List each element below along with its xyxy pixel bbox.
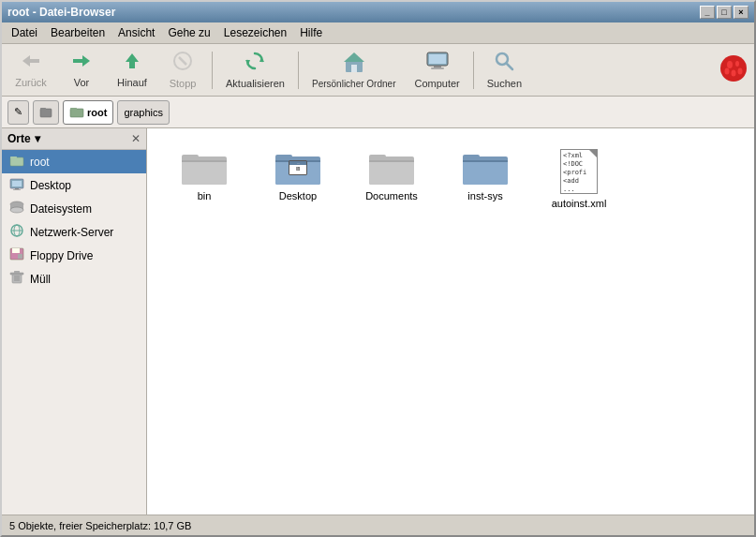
home-icon (343, 52, 365, 76)
statusbar: 5 Objekte, freier Speicherplatz: 10,7 GB (2, 515, 754, 535)
svg-marker-2 (82, 55, 90, 67)
refresh-icon (244, 51, 266, 75)
search-button[interactable]: Suchen (480, 48, 529, 93)
up-button[interactable]: Hinauf (109, 48, 156, 93)
file-item-bin[interactable]: bin (162, 143, 246, 215)
path-graphics-button[interactable]: graphics (117, 100, 170, 125)
svg-line-17 (507, 64, 512, 69)
pathbar: ✎ root graphics (2, 97, 754, 128)
svg-point-18 (720, 55, 747, 82)
forward-icon (71, 52, 92, 74)
status-text: 5 Objekte, freier Speicherplatz: 10,7 GB (9, 520, 191, 531)
svg-rect-44 (10, 273, 23, 275)
file-item-autoinst[interactable]: <?xml <!DOC <profi <add ... autoinst.xml (537, 143, 621, 215)
svg-rect-25 (40, 108, 46, 110)
chevron-down-icon: ▾ (35, 132, 40, 145)
svg-point-22 (732, 70, 736, 77)
root-icon (9, 154, 24, 170)
svg-rect-33 (13, 189, 21, 190)
menu-gehe-zu[interactable]: Gehe zu (162, 24, 215, 41)
svg-rect-26 (70, 109, 83, 117)
svg-rect-15 (431, 67, 444, 69)
search-icon (493, 51, 515, 75)
file-grid: bin ... 🖥 (162, 143, 739, 215)
file-item-inst-sys[interactable]: inst-sys (443, 143, 527, 215)
sidebar-item-floppy[interactable]: Floppy Drive (2, 244, 146, 267)
svg-rect-28 (10, 157, 23, 166)
svg-marker-0 (22, 55, 30, 67)
svg-point-36 (10, 207, 23, 213)
places-label[interactable]: Orte ▾ (7, 132, 40, 145)
sidebar-header: Orte ▾ ✕ (2, 128, 146, 150)
file-item-desktop[interactable]: ... 🖥 Desktop (256, 143, 340, 215)
folder-bin-icon (182, 149, 227, 186)
path-root-button[interactable]: root (63, 100, 113, 125)
svg-rect-29 (10, 157, 17, 158)
svg-rect-3 (73, 59, 82, 63)
sidebar-close-button[interactable]: ✕ (131, 132, 141, 145)
svg-rect-31 (12, 181, 22, 186)
edit-location-button[interactable]: ✎ (7, 100, 29, 125)
svg-marker-4 (126, 53, 139, 68)
svg-rect-1 (30, 59, 39, 63)
sidebar-item-desktop[interactable]: Desktop (2, 173, 146, 197)
sidebar-item-network[interactable]: Netzwerk-Server (2, 220, 146, 244)
home-button[interactable]: Persönlicher Ordner (304, 48, 403, 93)
refresh-button[interactable]: Aktualisieren (218, 48, 292, 93)
folder-desktop-icon: ... 🖥 (275, 149, 320, 186)
maximize-button[interactable]: □ (717, 6, 732, 19)
toolbar-sep-3 (473, 52, 474, 89)
svg-rect-13 (429, 54, 446, 64)
minimize-button[interactable]: _ (700, 6, 715, 19)
titlebar-title: root - Datei-Browser (7, 6, 115, 19)
stop-icon (172, 51, 193, 75)
svg-rect-62 (463, 160, 508, 185)
svg-rect-60 (369, 160, 414, 162)
svg-rect-24 (40, 109, 52, 117)
parent-icon (39, 105, 52, 120)
menu-ansicht[interactable]: Ansicht (112, 24, 160, 41)
svg-marker-10 (344, 52, 364, 62)
svg-rect-11 (351, 65, 357, 72)
svg-rect-50 (182, 160, 227, 185)
floppy-icon (9, 247, 24, 263)
stop-button[interactable]: Stopp (159, 48, 206, 93)
svg-rect-42 (18, 254, 22, 259)
network-icon (9, 224, 24, 240)
svg-point-20 (735, 61, 739, 67)
parent-folder-button[interactable] (33, 100, 59, 125)
forward-button[interactable]: Vor (58, 48, 105, 93)
svg-rect-14 (434, 66, 441, 67)
toolbar: Zurück Vor Hinauf (2, 44, 754, 97)
main-window: root - Datei-Browser _ □ × Datei Bearbei… (0, 0, 756, 537)
gnome-logo (719, 53, 749, 86)
menu-bearbeiten[interactable]: Bearbeiten (45, 24, 111, 41)
folder-inst-sys-icon (463, 149, 508, 186)
svg-rect-41 (12, 248, 20, 253)
sidebar: Orte ▾ ✕ root (2, 128, 147, 515)
computer-button[interactable]: Computer (407, 48, 467, 93)
file-item-documents[interactable]: Documents (349, 143, 434, 215)
svg-rect-52 (182, 160, 227, 162)
computer-icon (425, 51, 450, 75)
menu-hilfe[interactable]: Hilfe (294, 24, 328, 41)
menu-datei[interactable]: Datei (6, 24, 43, 41)
filesystem-icon (9, 201, 24, 216)
sidebar-item-dateisystem[interactable]: Dateisystem (2, 197, 146, 220)
svg-rect-27 (70, 108, 77, 110)
back-button[interactable]: Zurück (7, 48, 54, 93)
menubar: Datei Bearbeiten Ansicht Gehe zu Lesezei… (2, 22, 754, 44)
sidebar-items: root Desktop (2, 150, 146, 291)
sidebar-item-root[interactable]: root (2, 150, 146, 173)
titlebar: root - Datei-Browser _ □ × (2, 2, 754, 22)
trash-icon (9, 271, 24, 287)
menu-lesezeichen[interactable]: Lesezeichen (218, 24, 292, 41)
svg-rect-58 (369, 160, 414, 185)
sidebar-item-trash[interactable]: Müll (2, 267, 146, 291)
close-button[interactable]: × (734, 6, 749, 19)
toolbar-sep-2 (298, 52, 299, 89)
edit-icon: ✎ (14, 106, 22, 118)
svg-rect-64 (463, 160, 508, 162)
svg-line-6 (179, 57, 186, 65)
toolbar-sep-1 (212, 52, 213, 89)
